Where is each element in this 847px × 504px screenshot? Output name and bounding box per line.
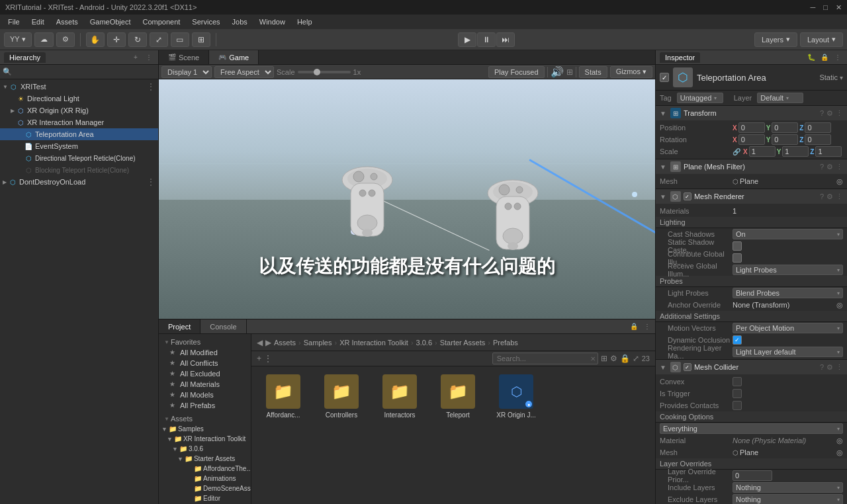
hierarchy-item-eventsystem[interactable]: ▶ 📄 EventSystem [0, 140, 158, 152]
tree-starter-assets[interactable]: ▼ 📁 Starter Assets [159, 454, 251, 464]
meshrenderer-info-icon[interactable]: ? [820, 192, 824, 201]
tab-game[interactable]: 🎮 Game [209, 50, 259, 64]
file-item-affordanc[interactable]: 📁 Affordanc... [257, 372, 310, 421]
scale-x[interactable] [749, 146, 776, 157]
meshfilter-settings-icon[interactable]: ⚙ [826, 163, 833, 171]
aspect-select[interactable]: Free Aspect [214, 66, 274, 78]
fav-all-modified[interactable]: ★ All Modified [159, 347, 251, 358]
bottom-panel-menu-icon[interactable]: ⋮ [642, 321, 652, 332]
rect-tool[interactable]: ▭ [171, 32, 189, 47]
layout-button[interactable]: Layout ▾ [800, 32, 843, 47]
tab-hierarchy[interactable]: Hierarchy [4, 52, 46, 63]
hand-tool[interactable]: ✋ [86, 32, 105, 47]
file-settings-icon[interactable]: ⚙ [610, 354, 617, 363]
tree-animations[interactable]: ▶ 📁 Animations [159, 474, 251, 483]
menu-jobs[interactable]: Jobs [227, 17, 253, 27]
file-lock-icon[interactable]: 🔒 [620, 354, 630, 363]
tree-affordance[interactable]: ▶ 📁 AffordanceThe... [159, 464, 251, 474]
hierarchy-item-blockingreticle[interactable]: ▶ ⬡ Blocking Teleport Reticle(Clone) [0, 164, 158, 176]
breadcrumb-xrit[interactable]: XR Interaction Toolkit [339, 339, 408, 347]
fav-all-conflicts[interactable]: ★ All Conflicts [159, 358, 251, 368]
rot-z[interactable] [805, 134, 831, 145]
fav-all-excluded[interactable]: ★ All Excluded [159, 368, 251, 379]
hierarchy-item-directionalreticle[interactable]: ▶ ⬡ Directional Teleport Reticle(Clone) [0, 152, 158, 164]
nav-forward-icon[interactable]: ▶ [265, 338, 271, 347]
file-item-teleport[interactable]: 📁 Teleport [431, 372, 484, 421]
cooking-options-dropdown[interactable]: Everything ▾ [660, 423, 843, 434]
speaker-icon[interactable]: 🔊 [551, 65, 564, 78]
rendering-layer-mask-dropdown[interactable]: Light Layer default ▾ [733, 347, 843, 357]
maximize-btn[interactable]: □ [823, 3, 828, 12]
static-shadow-check[interactable] [733, 241, 742, 251]
tab-inspector[interactable]: Inspector [660, 52, 700, 63]
fav-all-prefabs[interactable]: ★ All Prefabs [159, 400, 251, 411]
pos-y[interactable] [772, 122, 798, 133]
settings-button[interactable]: ⚙ [56, 32, 75, 47]
pause-button[interactable]: ⏸ [477, 32, 496, 47]
object-enable-checkbox[interactable]: ✓ [660, 73, 669, 82]
hierarchy-item-xrmanager[interactable]: ▶ ⬡ XR Interaction Manager [0, 116, 158, 128]
menu-help[interactable]: Help [292, 17, 318, 27]
tree-306[interactable]: ▼ 📁 3.0.6 [159, 444, 251, 454]
is-trigger-check[interactable] [733, 389, 742, 398]
meshcollider-info-icon[interactable]: ? [820, 363, 824, 372]
menu-assets[interactable]: Assets [51, 17, 83, 27]
file-menu-icon[interactable]: ⋮ [264, 354, 272, 363]
layer-dropdown[interactable]: Default ▾ [757, 93, 803, 103]
close-btn[interactable]: ✕ [836, 3, 842, 12]
file-item-interactors[interactable]: 📁 Interactors [373, 372, 426, 421]
vsync-icon[interactable]: ⊞ [566, 67, 573, 77]
menu-file[interactable]: File [3, 17, 25, 27]
display-select[interactable]: Display 1 [161, 66, 212, 78]
tree-demoscene[interactable]: ▶ 📁 DemoSceneAss [159, 483, 251, 493]
meshcollider-menu-icon[interactable]: ⋮ [836, 363, 843, 372]
cast-shadows-dropdown[interactable]: On ▾ [733, 229, 843, 239]
mesh-renderer-enable[interactable]: ✓ [684, 192, 691, 200]
cloud-button[interactable]: ☁ [34, 32, 54, 47]
hierarchy-item-xritest[interactable]: ▼ ⬡ XRITest ⋮ [0, 81, 158, 93]
menu-gameobject[interactable]: GameObject [85, 17, 136, 27]
file-search-input[interactable] [492, 353, 598, 364]
tag-dropdown[interactable]: Untagged ▾ [677, 93, 723, 103]
anchor-pick-icon[interactable]: ◎ [836, 301, 843, 310]
breadcrumb-samples[interactable]: Samples [304, 339, 332, 347]
layers-button[interactable]: Layers ▾ [754, 32, 797, 47]
nav-back-icon[interactable]: ◀ [257, 338, 263, 347]
scale-slider[interactable] [298, 71, 351, 73]
breadcrumb-assets[interactable]: Assets [274, 339, 296, 347]
rot-x[interactable] [738, 134, 765, 145]
bottom-panel-lock-icon[interactable]: 🔒 [629, 321, 639, 332]
menu-component[interactable]: Component [137, 17, 185, 27]
collider-mesh-pick-icon[interactable]: ◎ [836, 448, 843, 457]
minimize-btn[interactable]: ─ [811, 3, 816, 12]
assets-header[interactable]: ▼ Assets [159, 413, 251, 424]
search-clear-icon[interactable]: ✕ [590, 355, 596, 362]
inspector-lock-icon[interactable]: 🔒 [819, 52, 830, 63]
all-tool[interactable]: ⊞ [192, 32, 210, 47]
layer-override-priority-input[interactable] [733, 470, 772, 481]
tree-xrit[interactable]: ▼ 📁 XR Interaction Toolkit [159, 434, 251, 444]
collider-material-pick-icon[interactable]: ◎ [836, 437, 843, 445]
transform-settings-icon[interactable]: ⚙ [826, 109, 833, 118]
menu-edit[interactable]: Edit [26, 17, 50, 27]
breadcrumb-starter[interactable]: Starter Assets [440, 339, 485, 347]
transform-menu-icon[interactable]: ⋮ [836, 109, 843, 118]
tree-samples[interactable]: ▼ 📁 Samples [159, 424, 251, 434]
dynamic-occlusion-check[interactable]: ✓ [733, 335, 742, 345]
light-probes-dropdown[interactable]: Blend Probes ▾ [733, 288, 843, 298]
account-button[interactable]: YY ▾ [4, 32, 32, 47]
mesh-filter-header[interactable]: ▼ ⊞ Plane (Mesh Filter) ? ⚙ ⋮ [656, 159, 847, 174]
hierarchy-item-teleportarea[interactable]: ▶ ⬡ Teleportation Area [0, 128, 158, 140]
provides-contacts-check[interactable] [733, 401, 742, 410]
file-view-icon[interactable]: ⊞ [601, 354, 607, 363]
meshrenderer-menu-icon[interactable]: ⋮ [836, 192, 843, 201]
menu-window[interactable]: Window [254, 17, 290, 27]
convex-check[interactable] [733, 377, 742, 386]
breadcrumb-prefabs[interactable]: Prefabs [493, 339, 518, 347]
exclude-layers-dropdown[interactable]: Nothing ▾ [733, 494, 843, 504]
hierarchy-menu-icon[interactable]: ⋮ [144, 52, 154, 63]
tree-editor[interactable]: ▶ 📁 Editor [159, 493, 251, 503]
mesh-renderer-header[interactable]: ▼ ⬡ ✓ Mesh Renderer ? ⚙ ⋮ [656, 189, 847, 204]
pos-x[interactable] [738, 122, 765, 133]
rot-y[interactable] [772, 134, 798, 145]
